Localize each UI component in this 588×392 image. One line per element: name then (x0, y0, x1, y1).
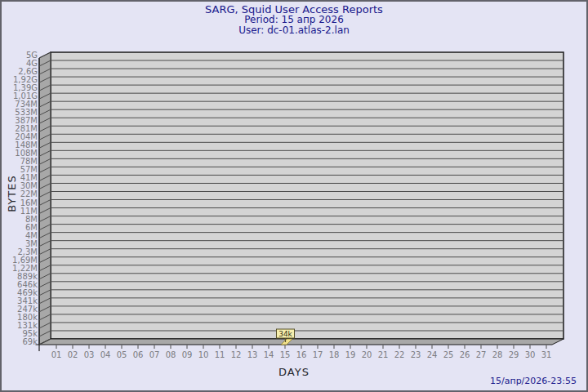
x-tick-label: 18 (329, 350, 340, 359)
y-axis-title: BYTES (6, 175, 18, 212)
x-tick-label: 17 (313, 350, 323, 359)
x-tick-label: 16 (296, 350, 307, 359)
x-tick-label: 27 (476, 350, 487, 359)
x-tick-label: 02 (68, 350, 78, 359)
x-tick-label: 22 (394, 350, 405, 359)
x-tick-label: 21 (378, 350, 389, 359)
x-tick-label: 24 (427, 350, 438, 359)
bar-chart: 5G4G2,6G1,92G1,39G1,01G734M533M387M281M2… (0, 0, 588, 392)
x-tick-label: 29 (509, 350, 519, 359)
x-tick-label: 07 (149, 350, 160, 359)
bar-value-label: 34k (278, 330, 292, 338)
x-tick-label: 23 (411, 350, 421, 359)
x-tick-label: 04 (100, 350, 111, 359)
x-axis-title: DAYS (278, 366, 310, 378)
x-tick-label: 14 (264, 350, 274, 359)
x-tick-label: 20 (362, 350, 372, 359)
x-tick-label: 01 (51, 350, 62, 359)
x-tick-label: 10 (198, 350, 209, 359)
x-tick-label: 05 (117, 350, 127, 359)
x-tick-label: 03 (84, 350, 95, 359)
y-tick-label: 69k (22, 337, 38, 346)
x-tick-label: 26 (460, 350, 470, 359)
x-tick-label: 09 (182, 350, 193, 359)
x-tick-label: 08 (166, 350, 176, 359)
generated-timestamp: 15/апр/2026-23:55 (490, 376, 577, 386)
x-tick-label: 06 (133, 350, 144, 359)
sarg-report-window: SARG, Squid User Access Reports Period: … (0, 0, 588, 392)
x-tick-label: 25 (443, 350, 454, 359)
x-tick-label: 12 (231, 350, 242, 359)
plot-floor (39, 339, 564, 345)
x-tick-label: 13 (247, 350, 258, 359)
x-tick-label: 19 (345, 350, 356, 359)
x-tick-label: 28 (492, 350, 503, 359)
x-tick-label: 30 (525, 350, 536, 359)
x-tick-label: 11 (215, 350, 225, 359)
x-tick-label: 31 (541, 350, 552, 359)
x-tick-label: 15 (280, 350, 291, 359)
plot-area-face (51, 52, 564, 339)
